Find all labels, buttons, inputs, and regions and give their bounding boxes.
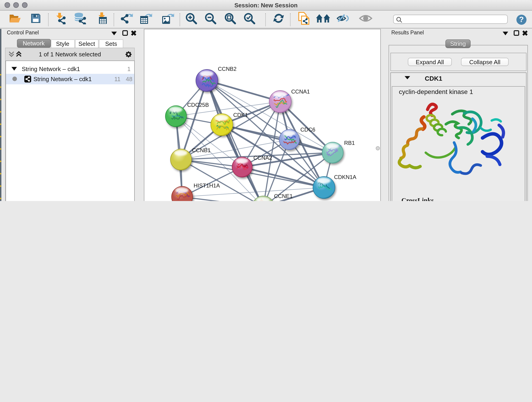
svg-text:RB1: RB1 bbox=[344, 140, 355, 146]
svg-text:CDC25B: CDC25B bbox=[187, 102, 209, 108]
svg-text:CDKN1A: CDKN1A bbox=[334, 174, 356, 180]
svg-text:HIST1H1A: HIST1H1A bbox=[194, 182, 220, 189]
svg-text:CCNA2: CCNA2 bbox=[253, 155, 272, 161]
svg-text:CDC6: CDC6 bbox=[300, 127, 315, 133]
svg-text:CDK1: CDK1 bbox=[233, 112, 248, 118]
svg-text:CCNA1: CCNA1 bbox=[291, 89, 310, 95]
svg-text:CCNB1: CCNB1 bbox=[192, 147, 210, 153]
svg-text:CCNB2: CCNB2 bbox=[218, 66, 236, 72]
svg-text:CCNE1: CCNE1 bbox=[274, 193, 293, 199]
